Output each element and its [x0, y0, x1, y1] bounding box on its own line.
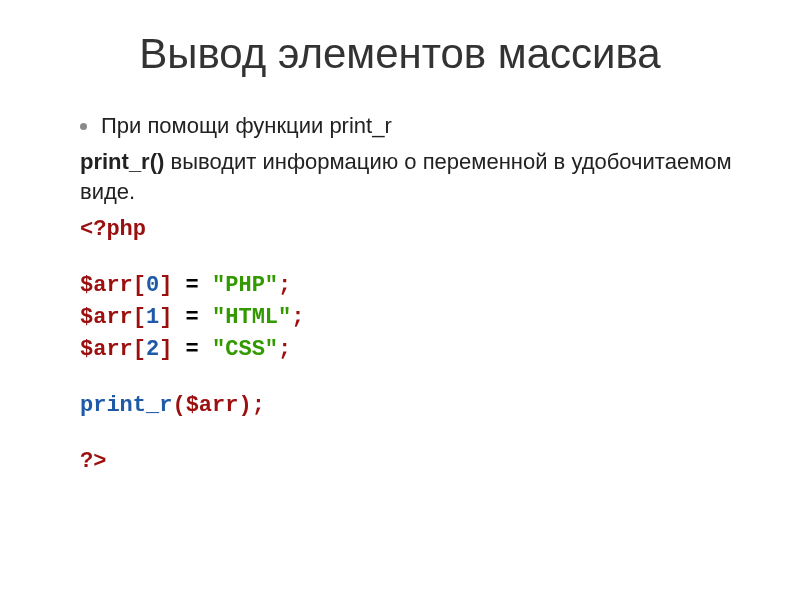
code-assign: = — [172, 273, 212, 298]
semicolon: ; — [278, 337, 291, 362]
bracket-open: [ — [133, 305, 146, 330]
code-assign: = — [172, 337, 212, 362]
bullet-text: При помощи функции print_r — [101, 113, 392, 139]
semicolon: ; — [278, 273, 291, 298]
paren-close: ) — [238, 393, 251, 418]
semicolon: ; — [291, 305, 304, 330]
bullet-icon — [80, 123, 87, 130]
code-string: "PHP" — [212, 273, 278, 298]
bullet-item: При помощи функции print_r — [80, 113, 750, 139]
bracket-close: ] — [159, 337, 172, 362]
code-var: $arr — [80, 273, 133, 298]
code-func-call: print_r — [80, 393, 172, 418]
code-index: 2 — [146, 337, 159, 362]
php-close-tag: ?> — [80, 449, 106, 474]
code-var: $arr — [80, 305, 133, 330]
code-var: $arr — [80, 337, 133, 362]
code-block: <?php $arr[0] = "PHP"; $arr[1] = "HTML";… — [80, 214, 750, 477]
desc-rest: выводит информацию о переменной в удобоч… — [80, 149, 732, 204]
code-index: 0 — [146, 273, 159, 298]
bracket-close: ] — [159, 273, 172, 298]
code-assign: = — [172, 305, 212, 330]
code-index: 1 — [146, 305, 159, 330]
bracket-close: ] — [159, 305, 172, 330]
bracket-open: [ — [133, 273, 146, 298]
code-string: "HTML" — [212, 305, 291, 330]
bracket-open: [ — [133, 337, 146, 362]
paren-open: ( — [172, 393, 185, 418]
code-arg: $arr — [186, 393, 239, 418]
semicolon: ; — [252, 393, 265, 418]
func-name: print_r() — [80, 149, 164, 174]
php-open-tag: <?php — [80, 217, 146, 242]
description: print_r() выводит информацию о переменно… — [80, 147, 750, 206]
slide-title: Вывод элементов массива — [50, 30, 750, 78]
code-string: "CSS" — [212, 337, 278, 362]
